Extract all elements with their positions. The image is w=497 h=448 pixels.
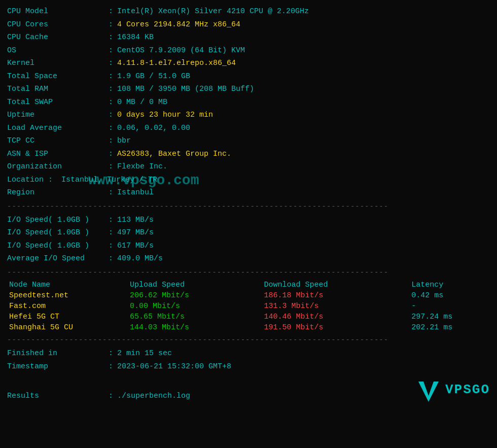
cpu-model-value: Intel(R) Xeon(R) Silver 4210 CPU @ 2.20G… bbox=[117, 5, 309, 18]
network-row-3: Shanghai 5G CU144.03 Mbit/s191.50 Mbit/s… bbox=[7, 322, 490, 333]
organization-colon: : bbox=[109, 160, 113, 174]
kernel-row: Kernel : 4.11.8-1.el7.elrepo.x86_64 bbox=[7, 57, 490, 70]
divider-2: ----------------------------------------… bbox=[7, 268, 490, 277]
total-ram-value: 108 MB / 3950 MB (208 MB Buff) bbox=[117, 83, 254, 96]
footer-section: Finished in : 2 min 15 sec Timestamp : 2… bbox=[7, 347, 490, 403]
network-section: Node Name Upload Speed Download Speed La… bbox=[7, 280, 490, 333]
region-row: Region : Istanbul bbox=[7, 186, 490, 199]
results-value: ./superbench.log bbox=[117, 390, 190, 403]
io2-value: 497 MB/s bbox=[117, 226, 154, 239]
results-label: Results bbox=[7, 390, 109, 403]
network-download-3: 191.50 Mbit/s bbox=[262, 322, 409, 333]
total-space-label: Total Space bbox=[7, 70, 109, 83]
vpsgo-logo-text: VPSGO bbox=[445, 378, 490, 402]
uptime-colon: : bbox=[109, 109, 113, 122]
network-node-0: Speedtest.net bbox=[7, 290, 128, 301]
kernel-colon: : bbox=[109, 57, 113, 70]
load-average-row: Load Average : 0.06, 0.02, 0.00 bbox=[7, 122, 490, 135]
io1-colon: : bbox=[109, 214, 113, 227]
tcp-cc-label: TCP CC bbox=[7, 134, 109, 148]
divider-3: ----------------------------------------… bbox=[7, 336, 490, 344]
cpu-cache-colon: : bbox=[109, 31, 113, 44]
cpu-cache-row: CPU Cache : 16384 KB bbox=[7, 31, 490, 44]
finished-colon: : bbox=[109, 347, 113, 360]
cpu-cores-colon: : bbox=[109, 18, 113, 31]
network-latency-3: 202.21 ms bbox=[409, 322, 490, 333]
location-label: Location bbox=[7, 176, 44, 184]
cpu-model-row: CPU Model : Intel(R) Xeon(R) Silver 4210… bbox=[7, 5, 490, 18]
network-download-0: 186.18 Mbit/s bbox=[262, 290, 409, 301]
io2-colon: : bbox=[109, 226, 113, 239]
cpu-cache-value: 16384 KB bbox=[117, 31, 154, 44]
cpu-cache-label: CPU Cache bbox=[7, 31, 109, 44]
kernel-label: Kernel bbox=[7, 57, 109, 70]
io2-label: I/O Speed( 1.0GB ) bbox=[7, 226, 109, 239]
network-upload-0: 206.62 Mbit/s bbox=[128, 290, 262, 301]
load-average-value: 0.06, 0.02, 0.00 bbox=[117, 122, 190, 135]
io3-label: I/O Speed( 1.0GB ) bbox=[7, 239, 109, 253]
location-row: Location : Istanbul, Turkey / TR www.vps… bbox=[7, 174, 157, 187]
network-row-1: Fast.com0.00 Mbit/s131.3 Mbit/s- bbox=[7, 301, 490, 312]
asn-isp-label: ASN & ISP bbox=[7, 148, 109, 161]
organization-row: Organization : Flexbe Inc. bbox=[7, 160, 490, 174]
io-section: I/O Speed( 1.0GB ) : 113 MB/s I/O Speed(… bbox=[7, 214, 490, 265]
timestamp-value: 2023-06-21 15:32:00 GMT+8 bbox=[117, 360, 231, 373]
timestamp-label: Timestamp bbox=[7, 360, 109, 373]
network-upload-3: 144.03 Mbit/s bbox=[128, 322, 262, 333]
timestamp-colon: : bbox=[109, 360, 113, 373]
network-node-2: Hefei 5G CT bbox=[7, 312, 128, 322]
location-colon: : bbox=[48, 176, 53, 184]
total-ram-label: Total RAM bbox=[7, 83, 109, 96]
io-avg-colon: : bbox=[109, 252, 113, 265]
os-colon: : bbox=[109, 44, 113, 57]
os-row: OS : CentOS 7.9.2009 (64 Bit) KVM bbox=[7, 44, 490, 57]
io-avg-label: Average I/O Speed bbox=[7, 252, 109, 265]
organization-label: Organization bbox=[7, 160, 109, 174]
io-avg-row: Average I/O Speed : 409.0 MB/s bbox=[7, 252, 490, 265]
logo-area: VPSGO bbox=[416, 377, 490, 403]
network-node-3: Shanghai 5G CU bbox=[7, 322, 128, 333]
region-colon: : bbox=[109, 186, 113, 199]
io-avg-value: 409.0 MB/s bbox=[117, 252, 163, 265]
location-value: Istanbul, Turkey / TR bbox=[61, 176, 157, 184]
uptime-value: 0 days 23 hour 32 min bbox=[117, 109, 213, 122]
cpu-cores-row: CPU Cores : 4 Cores 2194.842 MHz x86_64 bbox=[7, 18, 490, 31]
cpu-cores-label: CPU Cores bbox=[7, 18, 109, 31]
cpu-model-colon: : bbox=[109, 5, 113, 18]
network-table-header: Node Name Upload Speed Download Speed La… bbox=[7, 280, 490, 290]
io1-value: 113 MB/s bbox=[117, 214, 154, 227]
uptime-label: Uptime bbox=[7, 109, 109, 122]
system-info-section: CPU Model : Intel(R) Xeon(R) Silver 4210… bbox=[7, 5, 490, 199]
kernel-value: 4.11.8-1.el7.elrepo.x86_64 bbox=[117, 57, 236, 70]
total-swap-row: Total SWAP : 0 MB / 0 MB bbox=[7, 96, 490, 109]
network-latency-1: - bbox=[409, 301, 490, 312]
network-node-1: Fast.com bbox=[7, 301, 128, 312]
col-download-header: Download Speed bbox=[262, 280, 409, 290]
region-value: Istanbul bbox=[117, 186, 154, 199]
col-latency-header: Latency bbox=[409, 280, 490, 290]
io3-colon: : bbox=[109, 239, 113, 253]
network-upload-1: 0.00 Mbit/s bbox=[128, 301, 262, 312]
asn-isp-value: AS26383, Baxet Group Inc. bbox=[117, 148, 231, 161]
total-space-row: Total Space : 1.9 GB / 51.0 GB bbox=[7, 70, 490, 83]
network-upload-2: 65.65 Mbit/s bbox=[128, 312, 262, 322]
timestamp-row: Timestamp : 2023-06-21 15:32:00 GMT+8 bbox=[7, 360, 490, 373]
network-download-1: 131.3 Mbit/s bbox=[262, 301, 409, 312]
os-value: CentOS 7.9.2009 (64 Bit) KVM bbox=[117, 44, 245, 57]
network-latency-2: 297.24 ms bbox=[409, 312, 490, 322]
load-average-colon: : bbox=[109, 122, 113, 135]
io3-row: I/O Speed( 1.0GB ) : 617 MB/s bbox=[7, 239, 490, 253]
region-label: Region bbox=[7, 186, 109, 199]
total-swap-colon: : bbox=[109, 96, 113, 109]
finished-label: Finished in bbox=[7, 347, 109, 360]
network-row-0: Speedtest.net206.62 Mbit/s186.18 Mbit/s0… bbox=[7, 290, 490, 301]
divider-1: ----------------------------------------… bbox=[7, 202, 490, 211]
io1-row: I/O Speed( 1.0GB ) : 113 MB/s bbox=[7, 214, 490, 227]
results-colon: : bbox=[109, 390, 113, 403]
io2-row: I/O Speed( 1.0GB ) : 497 MB/s bbox=[7, 226, 490, 239]
finished-row: Finished in : 2 min 15 sec bbox=[7, 347, 490, 360]
os-label: OS bbox=[7, 44, 109, 57]
network-table: Node Name Upload Speed Download Speed La… bbox=[7, 280, 490, 333]
tcp-cc-value: bbr bbox=[117, 134, 131, 148]
total-swap-label: Total SWAP bbox=[7, 96, 109, 109]
